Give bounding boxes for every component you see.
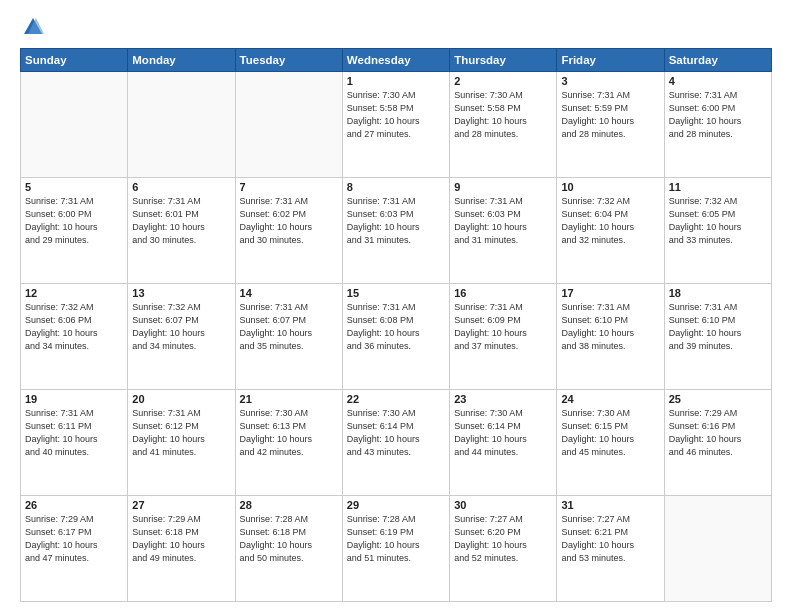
day-info: Sunrise: 7:31 AM Sunset: 6:11 PM Dayligh… [25, 407, 123, 459]
calendar-week-row: 5Sunrise: 7:31 AM Sunset: 6:00 PM Daylig… [21, 178, 772, 284]
day-number: 25 [669, 393, 767, 405]
calendar-cell: 3Sunrise: 7:31 AM Sunset: 5:59 PM Daylig… [557, 72, 664, 178]
day-number: 2 [454, 75, 552, 87]
day-number: 23 [454, 393, 552, 405]
day-number: 28 [240, 499, 338, 511]
day-of-week-header: Sunday [21, 49, 128, 72]
day-info: Sunrise: 7:31 AM Sunset: 6:09 PM Dayligh… [454, 301, 552, 353]
calendar-cell: 2Sunrise: 7:30 AM Sunset: 5:58 PM Daylig… [450, 72, 557, 178]
calendar-cell: 23Sunrise: 7:30 AM Sunset: 6:14 PM Dayli… [450, 390, 557, 496]
day-number: 6 [132, 181, 230, 193]
calendar-cell: 16Sunrise: 7:31 AM Sunset: 6:09 PM Dayli… [450, 284, 557, 390]
day-number: 16 [454, 287, 552, 299]
day-number: 11 [669, 181, 767, 193]
day-info: Sunrise: 7:31 AM Sunset: 6:00 PM Dayligh… [25, 195, 123, 247]
day-number: 9 [454, 181, 552, 193]
day-number: 21 [240, 393, 338, 405]
day-number: 4 [669, 75, 767, 87]
day-info: Sunrise: 7:31 AM Sunset: 6:12 PM Dayligh… [132, 407, 230, 459]
day-of-week-header: Wednesday [342, 49, 449, 72]
day-number: 10 [561, 181, 659, 193]
day-number: 7 [240, 181, 338, 193]
day-number: 27 [132, 499, 230, 511]
day-info: Sunrise: 7:30 AM Sunset: 6:14 PM Dayligh… [347, 407, 445, 459]
calendar-week-row: 12Sunrise: 7:32 AM Sunset: 6:06 PM Dayli… [21, 284, 772, 390]
day-info: Sunrise: 7:27 AM Sunset: 6:21 PM Dayligh… [561, 513, 659, 565]
calendar-cell: 31Sunrise: 7:27 AM Sunset: 6:21 PM Dayli… [557, 496, 664, 602]
day-number: 13 [132, 287, 230, 299]
calendar-cell: 17Sunrise: 7:31 AM Sunset: 6:10 PM Dayli… [557, 284, 664, 390]
day-number: 12 [25, 287, 123, 299]
day-info: Sunrise: 7:31 AM Sunset: 6:02 PM Dayligh… [240, 195, 338, 247]
day-number: 17 [561, 287, 659, 299]
calendar-cell: 10Sunrise: 7:32 AM Sunset: 6:04 PM Dayli… [557, 178, 664, 284]
calendar-cell: 7Sunrise: 7:31 AM Sunset: 6:02 PM Daylig… [235, 178, 342, 284]
day-of-week-header: Saturday [664, 49, 771, 72]
day-info: Sunrise: 7:31 AM Sunset: 6:01 PM Dayligh… [132, 195, 230, 247]
day-info: Sunrise: 7:29 AM Sunset: 6:16 PM Dayligh… [669, 407, 767, 459]
day-info: Sunrise: 7:32 AM Sunset: 6:04 PM Dayligh… [561, 195, 659, 247]
day-info: Sunrise: 7:32 AM Sunset: 6:06 PM Dayligh… [25, 301, 123, 353]
day-info: Sunrise: 7:30 AM Sunset: 6:15 PM Dayligh… [561, 407, 659, 459]
calendar-cell: 26Sunrise: 7:29 AM Sunset: 6:17 PM Dayli… [21, 496, 128, 602]
calendar-cell: 22Sunrise: 7:30 AM Sunset: 6:14 PM Dayli… [342, 390, 449, 496]
day-number: 22 [347, 393, 445, 405]
day-info: Sunrise: 7:30 AM Sunset: 6:13 PM Dayligh… [240, 407, 338, 459]
calendar-cell: 6Sunrise: 7:31 AM Sunset: 6:01 PM Daylig… [128, 178, 235, 284]
calendar-cell: 11Sunrise: 7:32 AM Sunset: 6:05 PM Dayli… [664, 178, 771, 284]
calendar-cell [128, 72, 235, 178]
day-number: 19 [25, 393, 123, 405]
day-info: Sunrise: 7:32 AM Sunset: 6:05 PM Dayligh… [669, 195, 767, 247]
day-info: Sunrise: 7:31 AM Sunset: 6:10 PM Dayligh… [669, 301, 767, 353]
calendar-cell: 29Sunrise: 7:28 AM Sunset: 6:19 PM Dayli… [342, 496, 449, 602]
day-info: Sunrise: 7:29 AM Sunset: 6:18 PM Dayligh… [132, 513, 230, 565]
day-info: Sunrise: 7:29 AM Sunset: 6:17 PM Dayligh… [25, 513, 123, 565]
header [20, 16, 772, 38]
calendar-cell: 1Sunrise: 7:30 AM Sunset: 5:58 PM Daylig… [342, 72, 449, 178]
day-info: Sunrise: 7:27 AM Sunset: 6:20 PM Dayligh… [454, 513, 552, 565]
day-number: 20 [132, 393, 230, 405]
day-number: 26 [25, 499, 123, 511]
day-info: Sunrise: 7:31 AM Sunset: 6:03 PM Dayligh… [347, 195, 445, 247]
day-info: Sunrise: 7:31 AM Sunset: 5:59 PM Dayligh… [561, 89, 659, 141]
calendar-cell: 4Sunrise: 7:31 AM Sunset: 6:00 PM Daylig… [664, 72, 771, 178]
calendar-cell: 21Sunrise: 7:30 AM Sunset: 6:13 PM Dayli… [235, 390, 342, 496]
logo [20, 16, 44, 38]
calendar-week-row: 1Sunrise: 7:30 AM Sunset: 5:58 PM Daylig… [21, 72, 772, 178]
calendar-week-row: 26Sunrise: 7:29 AM Sunset: 6:17 PM Dayli… [21, 496, 772, 602]
day-info: Sunrise: 7:31 AM Sunset: 6:08 PM Dayligh… [347, 301, 445, 353]
calendar-cell [21, 72, 128, 178]
day-of-week-header: Friday [557, 49, 664, 72]
calendar-cell: 25Sunrise: 7:29 AM Sunset: 6:16 PM Dayli… [664, 390, 771, 496]
day-info: Sunrise: 7:30 AM Sunset: 6:14 PM Dayligh… [454, 407, 552, 459]
calendar-cell: 13Sunrise: 7:32 AM Sunset: 6:07 PM Dayli… [128, 284, 235, 390]
day-info: Sunrise: 7:28 AM Sunset: 6:18 PM Dayligh… [240, 513, 338, 565]
day-of-week-header: Monday [128, 49, 235, 72]
day-number: 29 [347, 499, 445, 511]
day-number: 15 [347, 287, 445, 299]
calendar-cell [235, 72, 342, 178]
day-number: 8 [347, 181, 445, 193]
calendar-cell: 9Sunrise: 7:31 AM Sunset: 6:03 PM Daylig… [450, 178, 557, 284]
calendar: SundayMondayTuesdayWednesdayThursdayFrid… [20, 48, 772, 602]
calendar-cell: 20Sunrise: 7:31 AM Sunset: 6:12 PM Dayli… [128, 390, 235, 496]
day-info: Sunrise: 7:32 AM Sunset: 6:07 PM Dayligh… [132, 301, 230, 353]
calendar-cell: 15Sunrise: 7:31 AM Sunset: 6:08 PM Dayli… [342, 284, 449, 390]
calendar-cell [664, 496, 771, 602]
day-number: 1 [347, 75, 445, 87]
calendar-header-row: SundayMondayTuesdayWednesdayThursdayFrid… [21, 49, 772, 72]
day-info: Sunrise: 7:31 AM Sunset: 6:03 PM Dayligh… [454, 195, 552, 247]
day-number: 14 [240, 287, 338, 299]
day-number: 24 [561, 393, 659, 405]
calendar-cell: 30Sunrise: 7:27 AM Sunset: 6:20 PM Dayli… [450, 496, 557, 602]
day-of-week-header: Tuesday [235, 49, 342, 72]
day-info: Sunrise: 7:30 AM Sunset: 5:58 PM Dayligh… [454, 89, 552, 141]
day-info: Sunrise: 7:31 AM Sunset: 6:07 PM Dayligh… [240, 301, 338, 353]
calendar-cell: 19Sunrise: 7:31 AM Sunset: 6:11 PM Dayli… [21, 390, 128, 496]
day-number: 5 [25, 181, 123, 193]
calendar-cell: 5Sunrise: 7:31 AM Sunset: 6:00 PM Daylig… [21, 178, 128, 284]
day-info: Sunrise: 7:28 AM Sunset: 6:19 PM Dayligh… [347, 513, 445, 565]
day-number: 3 [561, 75, 659, 87]
calendar-cell: 12Sunrise: 7:32 AM Sunset: 6:06 PM Dayli… [21, 284, 128, 390]
day-info: Sunrise: 7:31 AM Sunset: 6:00 PM Dayligh… [669, 89, 767, 141]
